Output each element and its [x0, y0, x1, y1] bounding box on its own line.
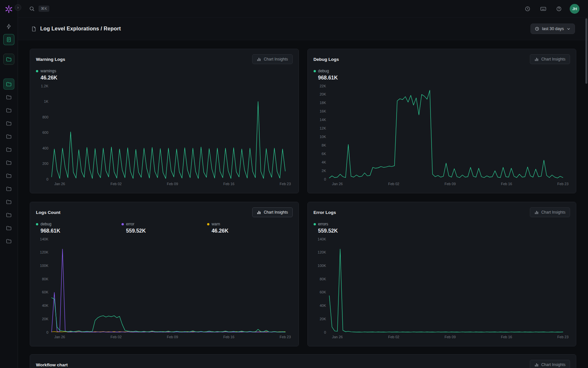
chart-insights-icon — [534, 57, 539, 61]
svg-text:10K: 10K — [319, 135, 326, 139]
sidebar-item-folder[interactable] — [3, 92, 14, 103]
panel-logs-count: Logs Count Chart Insights debug — [30, 202, 299, 346]
sidebar-item-folder[interactable] — [3, 144, 14, 155]
svg-text:4K: 4K — [321, 160, 326, 164]
legend-value: 968.61K — [36, 228, 122, 234]
legend-warnings: warnings 46.26K — [36, 69, 124, 81]
history-button[interactable] — [523, 4, 532, 14]
main-area: ⌘K — [18, 0, 588, 368]
svg-text:60K: 60K — [42, 290, 48, 294]
topbar: ⌘K — [18, 0, 588, 18]
svg-text:140K: 140K — [40, 237, 48, 241]
svg-text:80K: 80K — [319, 277, 326, 281]
sidebar-item-explore[interactable] — [3, 21, 14, 32]
sidebar-item-folder[interactable] — [3, 196, 14, 207]
panel-title: Workflow chart — [36, 362, 68, 367]
chart-insights-button[interactable]: Chart Insights — [530, 54, 570, 64]
report-content: Warning Logs Chart Insights warnings — [18, 40, 588, 368]
svg-text:0: 0 — [324, 330, 326, 334]
svg-text:20K: 20K — [42, 317, 48, 321]
svg-text:Feb 02: Feb 02 — [388, 182, 399, 186]
svg-text:200: 200 — [42, 162, 48, 166]
sidebar-item-folder[interactable] — [3, 209, 14, 220]
sidebar — [0, 0, 18, 368]
svg-text:14K: 14K — [319, 118, 326, 122]
svg-text:140K: 140K — [318, 237, 326, 241]
folder-icon — [6, 107, 12, 113]
legend-dot — [314, 70, 316, 72]
svg-text:Feb 23: Feb 23 — [280, 335, 291, 339]
svg-text:1K: 1K — [44, 99, 49, 103]
svg-text:80K: 80K — [42, 277, 48, 281]
sidebar-item-folder[interactable] — [3, 105, 14, 116]
chart-insights-label: Chart Insights — [541, 57, 565, 61]
sidebar-item-reports[interactable] — [3, 34, 14, 45]
svg-text:Feb 02: Feb 02 — [110, 182, 122, 186]
legend-name: debug — [318, 69, 329, 73]
panel-title: Debug Logs — [314, 57, 339, 62]
folder-icon — [6, 133, 12, 139]
panel-title: Warning Logs — [36, 57, 65, 62]
legend-warn: warn 46.26K — [207, 222, 293, 234]
sidebar-item-folder[interactable] — [3, 170, 14, 181]
svg-text:Feb 23: Feb 23 — [280, 182, 291, 186]
svg-text:Feb 23: Feb 23 — [557, 182, 568, 186]
svg-text:Feb 02: Feb 02 — [388, 335, 399, 339]
sidebar-item-folder-selected[interactable] — [3, 79, 14, 90]
user-avatar[interactable]: JH — [570, 4, 580, 14]
legend-value: 46.26K — [207, 228, 293, 234]
svg-text:20K: 20K — [319, 317, 326, 321]
chart-insights-label: Chart Insights — [541, 362, 565, 367]
keyboard-shortcuts-button[interactable] — [538, 4, 548, 14]
sidebar-item-folder[interactable] — [3, 236, 14, 247]
legend-dot — [122, 223, 124, 225]
sidebar-item-folder[interactable] — [3, 183, 14, 194]
sidebar-item-folder[interactable] — [3, 157, 14, 168]
chart-insights-button[interactable]: Chart Insights — [530, 207, 570, 217]
folder-icon — [6, 147, 12, 152]
chart-insights-label: Chart Insights — [541, 210, 565, 215]
sidebar-item-folder-active[interactable] — [3, 54, 14, 65]
svg-text:8K: 8K — [321, 143, 326, 147]
sidebar-item-folder[interactable] — [3, 222, 14, 234]
help-icon — [556, 6, 562, 12]
svg-text:120K: 120K — [40, 250, 48, 254]
chart-insights-button[interactable]: Chart Insights — [530, 360, 570, 368]
folder-icon — [6, 120, 12, 126]
svg-text:Feb 23: Feb 23 — [557, 335, 568, 339]
svg-text:Jan 26: Jan 26 — [332, 182, 343, 186]
svg-text:Feb 09: Feb 09 — [444, 335, 455, 339]
chart-insights-button[interactable]: Chart Insights — [252, 207, 292, 217]
sidebar-collapse-button[interactable]: › — [15, 4, 21, 11]
chart-insights-icon — [257, 57, 261, 61]
legend-dot — [36, 70, 38, 72]
app-logo[interactable] — [4, 5, 13, 14]
svg-text:100K: 100K — [40, 264, 48, 268]
scrollbar[interactable] — [585, 18, 587, 84]
chart-insights-icon — [534, 363, 539, 367]
starburst-logo-icon — [5, 5, 13, 13]
sidebar-item-folder[interactable] — [3, 131, 14, 142]
help-button[interactable] — [554, 4, 564, 14]
svg-text:Jan 26: Jan 26 — [332, 335, 343, 339]
svg-text:Feb 09: Feb 09 — [167, 182, 178, 186]
svg-text:Feb 16: Feb 16 — [223, 335, 234, 339]
legend-name: errors — [318, 222, 328, 226]
chart-insights-button[interactable]: Chart Insights — [252, 54, 292, 64]
folder-icon — [6, 238, 12, 244]
legend-error: error 559.52K — [122, 222, 207, 234]
svg-text:60K: 60K — [319, 290, 326, 294]
folder-icon — [6, 173, 12, 179]
svg-text:Jan 26: Jan 26 — [54, 335, 65, 339]
svg-text:Feb 02: Feb 02 — [110, 335, 122, 339]
folder-icon — [6, 94, 12, 100]
time-range-selector[interactable]: last 30 days — [531, 24, 575, 34]
search-bar[interactable]: ⌘K — [29, 6, 49, 12]
topbar-actions: JH — [523, 4, 580, 14]
svg-text:6K: 6K — [321, 152, 326, 156]
warning-logs-chart: 02004006008001K1.2KJan 26Feb 02Feb 09Feb… — [36, 83, 293, 188]
legend-value: 46.26K — [36, 75, 124, 81]
svg-text:2K: 2K — [321, 169, 326, 173]
sidebar-item-folder[interactable] — [3, 118, 14, 129]
svg-text:100K: 100K — [318, 264, 326, 268]
